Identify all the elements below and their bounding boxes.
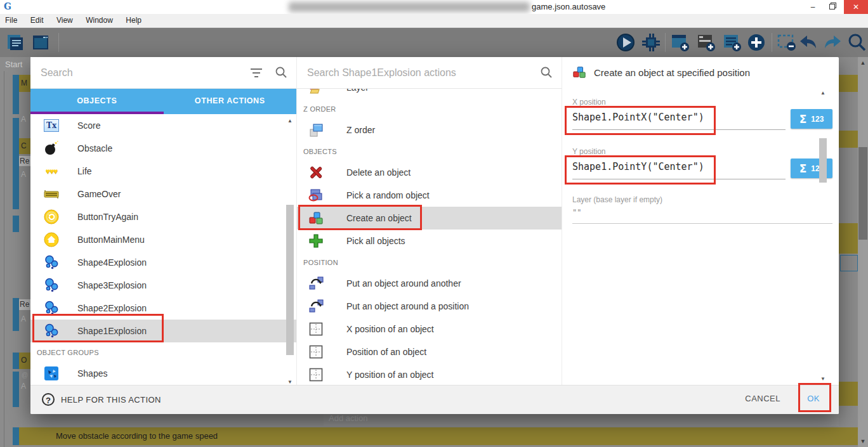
debug-icon[interactable] — [641, 32, 661, 53]
action-item-label: X position of an object — [346, 324, 434, 334]
object-item-shape3explosion[interactable]: Shape3Explosion — [30, 274, 296, 297]
scrollbar-thumb[interactable] — [819, 138, 827, 183]
action-item-pick-a-random-object[interactable]: Pick a random object — [297, 184, 562, 207]
delete-event-icon[interactable] — [777, 32, 797, 53]
object-item-label: Shapes — [77, 368, 107, 379]
action-item-z-order[interactable]: Z order — [297, 119, 562, 141]
menu-window[interactable]: Window — [86, 14, 113, 27]
search-icon[interactable] — [846, 32, 867, 53]
redo-icon[interactable] — [822, 32, 843, 53]
minimize-button[interactable]: – — [803, 0, 822, 14]
search-icon[interactable] — [275, 66, 287, 79]
scene-editor-icon[interactable] — [30, 32, 51, 53]
menu-edit[interactable]: Edit — [30, 14, 44, 27]
toolbar-separator — [58, 33, 59, 52]
action-item-label: Y position of an object — [346, 370, 434, 380]
explosion-icon — [43, 300, 60, 316]
restore-button[interactable] — [822, 0, 841, 14]
object-item-life[interactable]: ♥♥♥Life — [30, 160, 296, 183]
redacted-title-path — [289, 2, 530, 12]
active-tab-indicator — [30, 112, 164, 114]
object-item-buttonmainmenu[interactable]: ButtonMainMenu — [30, 228, 296, 251]
gameover-banner-icon — [43, 186, 60, 202]
scrollbar-thumb[interactable] — [858, 147, 867, 240]
object-item-shape4explosion[interactable]: Shape4Explosion — [30, 251, 296, 274]
section-header: OBJECT GROUPS — [30, 342, 296, 362]
title-bar: G game.json.autosave – ✕ — [0, 0, 868, 14]
scrollbar-thumb[interactable] — [286, 205, 294, 355]
sigma-icon: Σ — [799, 162, 807, 175]
background-scrollbar[interactable]: ▲ ▼ — [858, 57, 868, 447]
y-position-value[interactable]: Shape1.PointY("Center") — [572, 161, 704, 172]
object-item-buttontryagain[interactable]: ButtonTryAgain — [30, 205, 296, 228]
add-comment-icon[interactable] — [722, 32, 742, 53]
objects-search-input[interactable] — [41, 65, 227, 81]
scroll-up-icon[interactable]: ▲ — [858, 60, 868, 66]
action-item-put-an-object-around-a-position[interactable]: Put an object around a position — [297, 295, 562, 318]
scroll-up-icon[interactable]: ▲ — [819, 90, 827, 96]
close-button[interactable]: ✕ — [844, 0, 868, 14]
scroll-down-icon[interactable]: ▼ — [858, 438, 868, 444]
menu-view[interactable]: View — [56, 14, 73, 27]
layer-value[interactable]: "" — [572, 208, 581, 217]
cancel-button[interactable]: CANCEL — [745, 394, 780, 403]
add-circle-icon[interactable] — [746, 32, 766, 53]
search-icon[interactable] — [540, 66, 553, 79]
object-item-label: Life — [77, 166, 92, 176]
action-item-y-position-of-an-object[interactable]: Y position of an object — [297, 363, 562, 385]
put-around-icon — [308, 275, 324, 292]
action-item-pick-all-objects[interactable]: Pick all objects — [297, 230, 562, 252]
action-item-put-an-object-around-another[interactable]: Put an object around another — [297, 272, 562, 295]
filter-icon[interactable] — [251, 68, 262, 80]
menu-help[interactable]: Help — [126, 14, 141, 27]
action-item-position-of-an-object[interactable]: Position of an object — [297, 340, 562, 363]
object-item-label: Obstacle — [77, 143, 112, 153]
objects-scrollbar[interactable]: ▲ ▼ — [286, 118, 294, 385]
z-order-icon — [308, 122, 324, 138]
section-header: POSITION — [297, 252, 562, 272]
action-item-label: Put an object around a position — [346, 301, 469, 311]
position-icon — [308, 366, 324, 383]
object-item-shapes[interactable]: Shapes — [30, 362, 296, 385]
ok-button[interactable]: OK — [807, 394, 820, 403]
layer-label: Layer (base layer if empty) — [572, 195, 662, 204]
toolbar — [0, 28, 868, 57]
add-subevent-icon[interactable] — [696, 32, 716, 53]
action-item-create-an-object[interactable]: Create an object — [297, 207, 562, 230]
object-item-label: Shape4Explosion — [77, 257, 147, 268]
scroll-down-icon[interactable]: ▼ — [819, 376, 827, 382]
x-position-value[interactable]: Shape1.PointX("Center") — [572, 112, 704, 123]
play-icon[interactable] — [615, 32, 636, 53]
actions-scrollbar[interactable]: ▲ ▼ — [819, 90, 827, 382]
x-position-label: X position — [572, 98, 606, 107]
tab-objects[interactable]: OBJECTS — [30, 89, 164, 114]
action-item-delete-an-object[interactable]: Delete an object — [297, 161, 562, 184]
help-button[interactable]: ? HELP FOR THIS ACTION — [42, 393, 161, 406]
object-item-label: ButtonMainMenu — [77, 235, 145, 245]
scroll-up-icon[interactable]: ▲ — [286, 118, 294, 124]
add-event-icon[interactable] — [670, 32, 690, 53]
object-item-gameover[interactable]: GameOver — [30, 183, 296, 205]
action-item-label: Create an object — [346, 213, 412, 223]
menu-file[interactable]: File — [5, 14, 17, 27]
position-icon — [308, 344, 324, 360]
objects-tabbar: OBJECTS OTHER ACTIONS — [30, 89, 296, 114]
object-item-shape1explosion[interactable]: Shape1Explosion — [30, 320, 296, 342]
toolbar-separator — [772, 33, 772, 52]
tab-other-actions[interactable]: OTHER ACTIONS — [164, 89, 297, 114]
explosion-icon — [43, 277, 60, 294]
action-item-label: Put an object around another — [346, 278, 461, 288]
object-item-obstacle[interactable]: Obstacle — [30, 137, 296, 160]
object-item-shape2explosion[interactable]: Shape2Explosion — [30, 297, 296, 320]
action-item-label: Delete an object — [346, 167, 411, 178]
object-item-label: ButtonTryAgain — [77, 212, 138, 222]
undo-icon[interactable] — [798, 32, 819, 53]
scroll-down-icon[interactable]: ▼ — [286, 379, 294, 385]
action-item-label: Z order — [346, 125, 375, 135]
actions-search-input[interactable] — [307, 65, 492, 81]
object-item-score[interactable]: TxScore — [30, 114, 296, 137]
action-item-x-position-of-an-object[interactable]: X position of an object — [297, 318, 562, 340]
objects-panel: OBJECTS OTHER ACTIONS TxScoreObstacle♥♥♥… — [30, 57, 297, 385]
retry-button-icon — [43, 209, 60, 225]
project-manager-icon[interactable] — [5, 32, 25, 53]
